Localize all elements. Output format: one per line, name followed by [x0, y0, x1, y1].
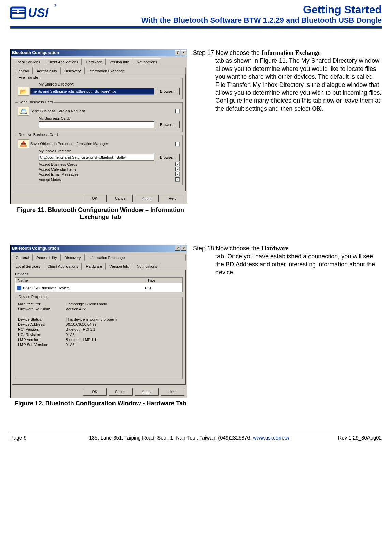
close-titlebar-button[interactable]: × — [181, 246, 186, 251]
tab-information-exchange[interactable]: Information Exchange — [85, 67, 186, 74]
tab-notifications[interactable]: Notifications — [133, 58, 161, 65]
page-header: USI ® Getting Started With the Bluetooth… — [10, 3, 382, 25]
group-title: Device Properties — [18, 295, 49, 299]
prop-val: 01A6 — [66, 343, 75, 347]
group-title: Receive Business Card — [18, 133, 58, 137]
step-18-block: Bluetooth Configuration ? × General Acce… — [10, 245, 382, 407]
tab-general[interactable]: General — [12, 254, 33, 261]
footer-rev: Rev 1.29_30Aug02 — [327, 435, 382, 441]
accept-notes-checkbox[interactable]: ✓ — [175, 177, 180, 182]
tab-client-applications[interactable]: Client Applications — [44, 263, 82, 270]
tab-information-exchange[interactable]: Information Exchange — [85, 254, 186, 261]
device-type: USB — [145, 286, 182, 290]
devices-table-row[interactable]: ⌁ CSR USB Bluetooth Device USB — [15, 283, 183, 292]
browse-inbox-dir-button[interactable]: Browse... — [156, 154, 180, 161]
accept-cards-checkbox[interactable]: ✓ — [175, 162, 180, 166]
group-title: File Transfer — [18, 75, 40, 79]
close-titlebar-button[interactable]: × — [181, 50, 186, 55]
step-17-text: Step 17 Now choose the Information Excha… — [193, 49, 382, 113]
apply-button[interactable]: Apply — [135, 195, 159, 202]
tab-general[interactable]: General — [12, 67, 33, 74]
logo: USI ® — [10, 3, 58, 24]
figure-12: Bluetooth Configuration ? × General Acce… — [10, 245, 191, 407]
prop-key: Firmware Revision: — [18, 307, 66, 311]
folder-share-icon: 📂 — [18, 87, 29, 96]
send-on-request-checkbox[interactable] — [175, 109, 180, 113]
help-button[interactable]: Help — [161, 388, 184, 396]
browse-business-card-button[interactable]: Browse... — [156, 121, 180, 128]
footer-url-link[interactable]: www.usi.com.tw — [253, 435, 289, 441]
tab-strip-front: Local Services Client Applications Hardw… — [11, 261, 187, 270]
help-button[interactable]: Help — [161, 195, 184, 202]
prop-key: LMP Version: — [18, 338, 66, 342]
prop-key: Manufacturer: — [18, 302, 66, 306]
accept-email-checkbox[interactable]: ✓ — [175, 172, 180, 176]
help-titlebar-button[interactable]: ? — [175, 50, 180, 55]
footer-address: 135, Lane 351, Taiping Road, Sec . 1, Na… — [51, 435, 327, 441]
tab-panel: Devices: Name Type ⌁ CSR USB Bluetooth D… — [12, 270, 186, 385]
prop-val: Bluetooth HCI 1.1 — [66, 327, 95, 332]
prop-key: HCI Version: — [18, 327, 66, 332]
col-name[interactable]: Name — [15, 278, 145, 283]
shared-dir-input[interactable] — [30, 88, 154, 95]
footer-address-text: 135, Lane 351, Taiping Road, Sec . 1, Na… — [89, 435, 253, 441]
header-rule-thin — [10, 28, 382, 29]
accept-calendar-label: Accept Calendar Items — [39, 167, 76, 171]
step-bold: Hardware — [261, 245, 288, 252]
cancel-button[interactable]: Cancel — [109, 388, 133, 396]
save-in-pim-checkbox[interactable] — [175, 142, 180, 146]
cancel-button[interactable]: Cancel — [109, 195, 133, 202]
accept-cards-label: Accept Business Cards — [39, 162, 77, 166]
accept-email-label: Accept Email Messages — [39, 172, 78, 176]
tab-accessibility[interactable]: Accessibility — [33, 254, 61, 261]
save-in-pim-label: Save Objects in Personal Information Man… — [30, 142, 108, 146]
page-subtitle: With the Bluetooth Software BTW 1.2.29 a… — [58, 16, 382, 25]
help-titlebar-button[interactable]: ? — [175, 246, 180, 251]
apply-button[interactable]: Apply — [135, 388, 159, 396]
accept-calendar-checkbox[interactable]: ✓ — [175, 167, 180, 171]
tab-local-services[interactable]: Local Services — [12, 263, 44, 270]
tab-client-applications[interactable]: Client Applications — [44, 58, 82, 65]
window-title: Bluetooth Configuration — [12, 50, 174, 55]
prop-val: Bluetooth LMP 1.1 — [66, 338, 96, 342]
page-title: Getting Started — [58, 3, 382, 16]
browse-shared-dir-button[interactable]: Browse... — [156, 88, 180, 95]
prop-val: Cambridge Silicon Radio — [66, 302, 107, 306]
business-card-input[interactable] — [39, 121, 154, 128]
bluetooth-config-dialog-info-exchange: Bluetooth Configuration ? × Local Servic… — [10, 49, 187, 204]
prop-key: Device Address: — [18, 322, 66, 326]
tab-strip-back: General Accessibility Discovery Informat… — [11, 252, 187, 261]
page-footer: Page 9 135, Lane 351, Taiping Road, Sec … — [10, 431, 382, 444]
tab-panel: File Transfer My Shared Directory: 📂 Bro… — [12, 74, 186, 191]
step-body: tab. Once you have established a connect… — [215, 252, 382, 276]
bluetooth-config-dialog-hardware: Bluetooth Configuration ? × General Acce… — [10, 245, 187, 398]
titlebar: Bluetooth Configuration ? × — [11, 49, 187, 56]
step-bold: Information Exchange — [261, 49, 321, 56]
tab-version-info[interactable]: Version Info — [106, 58, 133, 65]
vcard-out-icon: 📇 — [18, 107, 29, 115]
prop-key: LMP Sub Version: — [18, 343, 66, 347]
ok-button[interactable]: OK — [83, 195, 107, 202]
tab-accessibility[interactable]: Accessibility — [33, 67, 61, 74]
inbox-dir-input[interactable] — [39, 154, 154, 161]
col-type[interactable]: Type — [145, 278, 182, 283]
bluetooth-device-icon: ⌁ — [17, 286, 21, 290]
tab-hardware[interactable]: Hardware — [82, 58, 106, 65]
titlebar: Bluetooth Configuration ? × — [11, 245, 187, 252]
ok-button[interactable]: OK — [83, 388, 107, 396]
prop-key: HCI Revision: — [18, 333, 66, 337]
figure-11-caption: Figure 11. Bluetooth Configuration Windo… — [10, 206, 191, 221]
vcard-in-icon: 📥 — [18, 139, 29, 148]
dialog-button-bar: OK Cancel Apply Help — [11, 192, 187, 204]
tab-discovery[interactable]: Discovery — [61, 67, 85, 74]
prop-val: Version 422 — [66, 307, 86, 311]
tab-version-info[interactable]: Version Info — [106, 263, 133, 270]
tab-local-services[interactable]: Local Services — [12, 58, 44, 65]
tab-hardware[interactable]: Hardware — [82, 263, 106, 270]
group-send-business-card: Send Business Card 📇 Send Business Card … — [15, 102, 183, 132]
tab-notifications[interactable]: Notifications — [133, 263, 161, 270]
tab-discovery[interactable]: Discovery — [61, 254, 85, 261]
group-title: Send Business Card — [18, 100, 54, 104]
step-bold-ok: OK — [312, 105, 321, 112]
step-tail: . — [321, 105, 323, 112]
